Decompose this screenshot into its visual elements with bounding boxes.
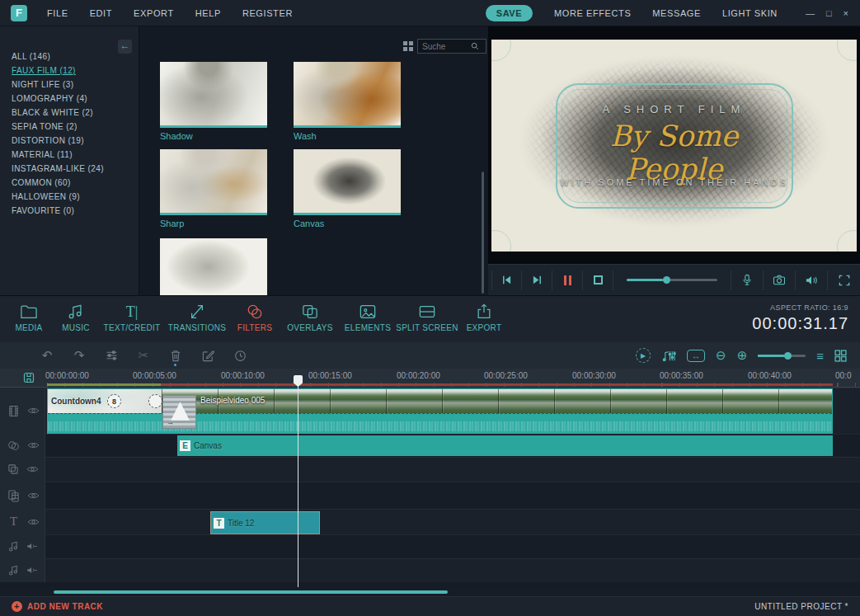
eye-icon[interactable] xyxy=(27,407,40,415)
tab-filters[interactable]: FILTERS xyxy=(229,296,280,332)
filter-thumb-shadow[interactable]: Shadow xyxy=(160,62,267,141)
playback-slider[interactable] xyxy=(613,270,731,290)
clip-title-label: Title 12 xyxy=(228,519,254,528)
clip-canvas-filter[interactable]: E Canvas xyxy=(177,435,833,456)
snap-icon[interactable] xyxy=(23,372,35,383)
mute-speaker-icon[interactable] xyxy=(26,542,38,551)
filter-thumb-partial[interactable] xyxy=(160,238,267,295)
clip-video-thumbnails[interactable]: Beispielvideo 005 xyxy=(162,389,832,414)
message-button[interactable]: MESSAGE xyxy=(652,8,701,18)
tab-elements[interactable]: ELEMENTS xyxy=(340,296,396,332)
clip-countdown[interactable]: Countdown4 8 xyxy=(48,389,162,414)
eye-icon[interactable] xyxy=(27,491,40,500)
zoom-to-fit-button[interactable]: ↔ xyxy=(687,350,705,362)
sidebar-item-instagram-like[interactable]: INSTAGRAM-LIKE (24) xyxy=(12,162,135,176)
text-track-lane[interactable] xyxy=(45,509,860,534)
timeline-ruler[interactable]: 00:00:00:00 00:00:05:00 00:00:10:00 00:0… xyxy=(0,369,860,388)
sidebar-item-favourite[interactable]: FAVOURITE (0) xyxy=(12,204,135,218)
pip-track-lane[interactable] xyxy=(45,482,860,509)
menu-help[interactable]: HELP xyxy=(195,8,221,18)
pause-button[interactable] xyxy=(552,270,583,290)
maximize-icon[interactable]: □ xyxy=(826,8,832,18)
add-new-track-button[interactable]: + ADD NEW TRACK xyxy=(12,601,103,612)
clip-title[interactable]: T Title 12 xyxy=(210,511,320,534)
sidebar-item-lomography[interactable]: LOMOGRAPHY (4) xyxy=(12,92,135,106)
edit-properties-button[interactable] xyxy=(200,348,215,363)
eye-icon[interactable] xyxy=(26,465,39,473)
timeline-horizontal-scrollbar[interactable] xyxy=(54,590,448,594)
sidebar-item-material[interactable]: MATERIAL (11) xyxy=(12,148,135,162)
previous-frame-button[interactable] xyxy=(491,270,522,290)
undo-button[interactable]: ↶ xyxy=(40,348,54,363)
app-logo[interactable]: F xyxy=(11,5,27,21)
tab-label: TEXT/CREDIT xyxy=(104,323,161,332)
transition-clip[interactable]: → xyxy=(162,395,196,429)
sidebar-item-halloween[interactable]: HALLOWEEN (9) xyxy=(12,190,135,204)
zoom-in-button[interactable]: ⊕ xyxy=(737,348,748,363)
filter-thumb-sharp[interactable]: Sharp xyxy=(160,149,267,228)
fullscreen-button[interactable] xyxy=(828,270,860,290)
sidebar-item-all[interactable]: ALL (146) xyxy=(12,49,135,63)
music-track-lane-1[interactable] xyxy=(45,534,860,558)
more-effects-button[interactable]: MORE EFFECTS xyxy=(554,8,631,18)
mute-speaker-icon[interactable] xyxy=(26,566,38,575)
sidebar-item-common[interactable]: COMMON (60) xyxy=(12,176,135,190)
next-frame-button[interactable] xyxy=(522,270,552,290)
delete-button[interactable] xyxy=(168,348,183,363)
grid-view-icon[interactable] xyxy=(402,40,414,52)
timeline-zoom-slider[interactable] xyxy=(758,355,806,357)
grid-layout-icon[interactable] xyxy=(834,350,847,362)
video-clip-group[interactable]: Countdown4 8 Beispielvideo 005 → xyxy=(47,388,833,434)
tab-media[interactable]: MEDIA xyxy=(5,296,53,332)
zoom-slider-handle[interactable] xyxy=(784,352,792,360)
search-input[interactable] xyxy=(418,42,471,51)
duration-button[interactable] xyxy=(233,348,247,363)
tab-music[interactable]: MUSIC xyxy=(53,296,99,332)
zoom-out-button[interactable]: ⊖ xyxy=(716,348,726,363)
close-icon[interactable]: × xyxy=(844,8,848,18)
tab-transitions[interactable]: TRANSITIONS xyxy=(165,296,229,332)
export-icon xyxy=(475,303,493,320)
overlay-track-lane[interactable] xyxy=(45,457,860,482)
tab-overlays[interactable]: OVERLAYS xyxy=(280,296,340,332)
slider-handle[interactable] xyxy=(663,276,670,284)
library-scrollbar[interactable] xyxy=(482,172,484,294)
sidebar-item-sepia-tone[interactable]: SEPIA TONE (2) xyxy=(12,120,135,134)
tab-export[interactable]: EXPORT xyxy=(458,296,510,332)
cut-button[interactable]: ✂ xyxy=(136,348,151,363)
snapshot-button[interactable] xyxy=(764,270,796,290)
record-voiceover-button[interactable] xyxy=(731,270,764,290)
rendered-region-green xyxy=(47,383,161,386)
music-track-icon xyxy=(7,541,19,552)
adjust-button[interactable] xyxy=(104,348,119,363)
tab-label: MUSIC xyxy=(62,323,90,332)
sidebar-item-night-life[interactable]: NIGHT LIFE (3) xyxy=(12,78,135,92)
volume-button[interactable] xyxy=(796,270,828,290)
tab-text-credit[interactable]: T| TEXT/CREDIT xyxy=(99,296,165,332)
music-track-lane-2[interactable] xyxy=(45,558,860,582)
filter-thumb-canvas[interactable]: Canvas xyxy=(294,149,401,228)
eye-icon[interactable] xyxy=(27,441,40,449)
minimize-icon[interactable]: — xyxy=(806,8,815,18)
light-skin-button[interactable]: LIGHT SKIN xyxy=(722,8,778,18)
redo-button[interactable]: ↷ xyxy=(72,348,87,363)
filter-thumb-wash[interactable]: Wash xyxy=(294,62,401,141)
sidebar-item-faux-film[interactable]: FAUX FILM (12) xyxy=(12,63,135,78)
render-preview-button[interactable]: ▶ xyxy=(636,348,651,363)
save-button[interactable]: SAVE xyxy=(486,5,533,21)
menu-export[interactable]: EXPORT xyxy=(134,8,174,18)
track-list-icon[interactable]: ≡ xyxy=(816,349,824,363)
playhead-line[interactable] xyxy=(298,386,298,587)
menu-register[interactable]: REGISTER xyxy=(242,8,293,18)
filter-thumb-label: Canvas xyxy=(294,219,401,228)
stop-button[interactable] xyxy=(583,270,613,290)
sidebar-item-black-white[interactable]: BLACK & WHITE (2) xyxy=(12,106,135,120)
menu-file[interactable]: FILE xyxy=(47,8,68,18)
elements-icon xyxy=(359,303,377,320)
text-credit-icon: T| xyxy=(126,303,139,320)
sidebar-item-distortion[interactable]: DISTORTION (19) xyxy=(12,134,135,148)
tab-split-screen[interactable]: SPLIT SCREEN xyxy=(396,296,458,332)
audio-mixer-icon[interactable] xyxy=(661,350,676,362)
eye-icon[interactable] xyxy=(27,518,40,526)
menu-edit[interactable]: EDIT xyxy=(90,8,112,18)
